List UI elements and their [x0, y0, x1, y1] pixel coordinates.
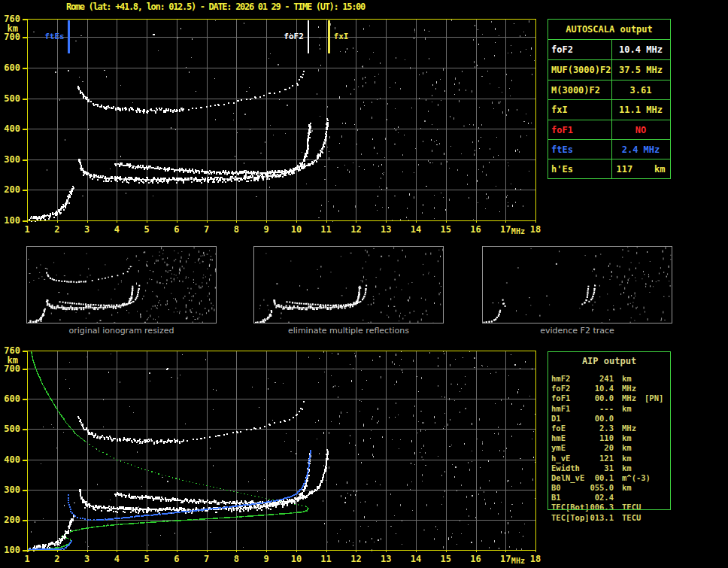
aip-row-unit: km	[622, 463, 632, 473]
autoscala-screen: Rome (lat: +41.8, lon: 012.5) - DATE: 20…	[0, 0, 728, 568]
svg-text:9: 9	[263, 554, 268, 564]
thumbnail-evidence-f2-canvas	[483, 247, 672, 323]
thumbnail-original-ionogram	[26, 246, 217, 323]
aip-row-Ewidth: Ewidth31km	[548, 463, 671, 473]
thumbnail-original-ionogram-canvas	[27, 247, 216, 323]
aip-row-ymE: ymE20km	[548, 443, 671, 453]
autoscala-row-label: fxI	[551, 100, 568, 120]
svg-text:500: 500	[4, 93, 20, 104]
svg-text:10: 10	[291, 554, 302, 564]
aip-row-value: 006.3	[570, 503, 614, 512]
fxI-marker-label: fxI	[334, 32, 349, 41]
svg-text:13: 13	[381, 554, 391, 564]
svg-text:1: 1	[24, 554, 29, 564]
aip-row-value: 055.0	[570, 483, 614, 493]
autoscala-row-foF2: foF210.4 MHz	[548, 40, 670, 59]
autoscala-row-label: ftEs	[551, 140, 573, 159]
svg-text:600: 600	[4, 62, 20, 73]
aip-row-value: ---	[570, 404, 614, 414]
svg-text:500: 500	[4, 424, 20, 434]
aip-row-label: ymE	[551, 443, 566, 453]
svg-text:18: 18	[530, 554, 541, 564]
aip-row-unit: km	[622, 404, 632, 414]
autoscala-output-table: AUTOSCALA output foF210.4 MHzMUF(3000)F2…	[548, 19, 671, 179]
autoscala-row-h'Es: h'Es117 km	[548, 159, 670, 178]
svg-text:400: 400	[4, 454, 20, 465]
svg-text:760: 760	[4, 345, 20, 356]
svg-text:10: 10	[291, 224, 302, 235]
aip-row-label: hmF1	[551, 404, 570, 414]
autoscala-row-label: foF1	[551, 120, 573, 140]
svg-text:11: 11	[320, 224, 331, 235]
aip-row-unit: km	[622, 433, 632, 443]
thumbnail-caption-original: original ionogram resized	[26, 326, 217, 336]
thumbnail-caption-eliminate: eliminate multiple reflections	[253, 326, 444, 336]
aip-row-unit: km	[622, 454, 632, 463]
svg-text:6: 6	[174, 554, 179, 564]
svg-text:3: 3	[84, 554, 89, 564]
aip-row-B1: B102.4	[548, 493, 671, 503]
autoscala-row-value: 10.4 MHz	[611, 40, 670, 59]
page-title: Rome (lat: +41.8, lon: 012.5) - DATE: 20…	[66, 2, 365, 12]
aip-row-foF2: foF210.4MHz	[548, 384, 671, 393]
aip-row-label: B1	[551, 493, 561, 503]
aip-row-foF1: foF100.0MHz[PN]	[548, 393, 671, 403]
svg-text:km: km	[8, 23, 18, 34]
svg-text:100: 100	[4, 545, 20, 555]
autoscala-row-label: h'Es	[551, 159, 573, 179]
svg-text:14: 14	[411, 554, 421, 564]
autoscala-row-value: 37.5 MHz	[611, 60, 670, 80]
aip-row-label: foF2	[551, 384, 570, 393]
aip-row-unit: km	[622, 374, 632, 384]
aip-row-TEC[Top]: TEC[Top]013.1TECU	[548, 513, 671, 523]
aip-row-TEC[Bot]: TEC[Bot]006.3TECU	[548, 503, 671, 512]
svg-text:200: 200	[4, 515, 20, 525]
svg-text:400: 400	[4, 123, 20, 134]
aip-row-label: D1	[551, 414, 561, 424]
ftEs-marker-line	[68, 20, 70, 53]
aip-row-hmE: hmE110km	[548, 433, 671, 443]
foF2-marker-label: foF2	[284, 32, 304, 41]
aip-row-value: 20	[570, 443, 614, 453]
thumbnail-eliminate-reflections	[253, 246, 444, 323]
aip-row-DelN_vE: DelN_vE00.1m^(-3)	[548, 473, 671, 483]
autoscala-row-foF1: foF1NO	[548, 120, 670, 139]
aip-row-value: 31	[570, 463, 614, 473]
svg-text:18: 18	[530, 224, 541, 235]
svg-text:8: 8	[234, 224, 239, 235]
svg-text:5: 5	[144, 554, 149, 564]
aip-row-label: h_vE	[551, 454, 570, 463]
aip-row-unit: TECU	[622, 513, 641, 523]
aip-row-label: B0	[551, 483, 561, 493]
aip-row-h_vE: h_vE121km	[548, 454, 671, 463]
ionogram-bottom-plot: 760700600500400300200100km12345678910111…	[0, 345, 544, 568]
autoscala-row-fxI: fxI11.1 MHz	[548, 99, 670, 119]
svg-text:300: 300	[4, 484, 20, 495]
aip-row-label: hmE	[551, 433, 566, 443]
autoscala-row-value: 3.61	[611, 80, 670, 100]
aip-row-unit: km	[622, 483, 632, 493]
aip-row-unit: km	[622, 443, 632, 453]
svg-text:14: 14	[411, 224, 421, 235]
svg-text:300: 300	[4, 154, 20, 165]
aip-row-value: 110	[570, 433, 614, 443]
svg-text:6: 6	[174, 224, 179, 235]
svg-text:17: 17	[500, 224, 511, 235]
aip-row-value: 241	[570, 374, 614, 384]
autoscala-row-ftEs: ftEs2.4 MHz	[548, 139, 670, 159]
aip-row-foE: foE2.3MHz	[548, 424, 671, 433]
thumbnail-eliminate-reflections-canvas	[254, 247, 443, 323]
svg-text:12: 12	[350, 554, 361, 564]
autoscala-row-label: foF2	[551, 40, 573, 59]
thumbnail-caption-evidence: evidence F2 trace	[482, 326, 672, 336]
aip-row-hmF1: hmF1---km	[548, 404, 671, 414]
svg-text:100: 100	[4, 215, 20, 226]
svg-text:4: 4	[114, 554, 120, 564]
aip-row-value: 121	[570, 454, 614, 463]
autoscala-table-title: AUTOSCALA output	[548, 20, 670, 40]
aip-row-B0: B0055.0km	[548, 483, 671, 493]
svg-text:7: 7	[204, 224, 209, 235]
aip-table-title: AIP output	[548, 351, 671, 372]
svg-text:15: 15	[440, 224, 450, 235]
autoscala-row-label: MUF(3000)F2	[551, 60, 611, 80]
